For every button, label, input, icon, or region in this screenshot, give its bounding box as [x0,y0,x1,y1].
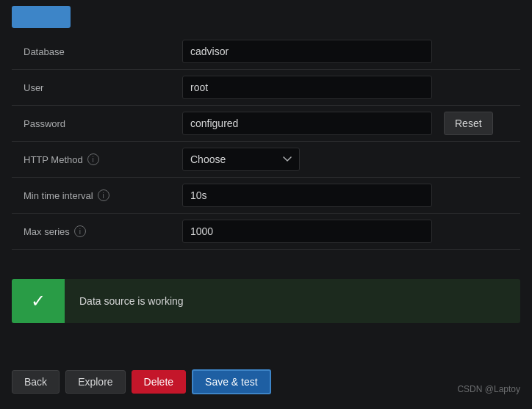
user-input[interactable] [182,76,432,99]
delete-button[interactable]: Delete [132,370,186,394]
max-series-row: Max series i [12,214,520,250]
http-method-info-icon[interactable]: i [87,153,99,165]
user-label-text: User [24,82,43,93]
min-time-interval-row: Min time interval i [12,178,520,214]
save-test-button[interactable]: Save & test [192,369,271,394]
checkmark-icon: ✓ [31,291,46,311]
max-series-info-icon[interactable]: i [74,225,86,237]
top-bar [0,0,532,34]
database-label-text: Database [24,46,65,57]
reset-button[interactable]: Reset [444,112,493,135]
http-method-label: HTTP Method i [12,145,173,174]
min-time-interval-value [173,178,520,213]
footer-buttons: Back Explore Delete Save & test [12,369,271,394]
success-banner: ✓ Data source is working [12,279,520,323]
watermark: CSDN @Laptoy [457,384,520,394]
password-label-text: Password [24,118,65,129]
max-series-value [173,214,520,249]
explore-button[interactable]: Explore [65,370,125,394]
http-method-select[interactable]: Choose GET POST [182,148,300,171]
password-row: Password Reset [12,106,520,142]
back-button[interactable]: Back [12,370,60,394]
max-series-input[interactable] [182,220,432,243]
password-label: Password [12,109,173,138]
success-text: Data source is working [65,283,198,319]
user-label: User [12,73,173,102]
min-time-interval-info-icon[interactable]: i [98,189,109,201]
max-series-label: Max series i [12,217,173,246]
database-row: Database [12,34,520,70]
user-value [173,70,520,105]
min-time-interval-label-text: Min time interval [24,190,93,201]
http-method-row: HTTP Method i Choose GET POST [12,142,520,178]
password-value: Reset [173,106,520,141]
http-method-value: Choose GET POST [173,142,520,177]
http-method-label-text: HTTP Method [24,154,83,165]
min-time-interval-label: Min time interval i [12,181,173,210]
password-input[interactable] [182,112,432,135]
success-icon-box: ✓ [12,279,65,323]
database-label: Database [12,37,173,66]
top-tab[interactable] [12,6,71,28]
database-input[interactable] [182,40,432,63]
max-series-label-text: Max series [24,226,70,237]
database-value [173,34,520,69]
user-row: User [12,70,520,106]
form-container: Database User Password Reset HTTP Method… [0,34,532,261]
min-time-interval-input[interactable] [182,184,432,207]
